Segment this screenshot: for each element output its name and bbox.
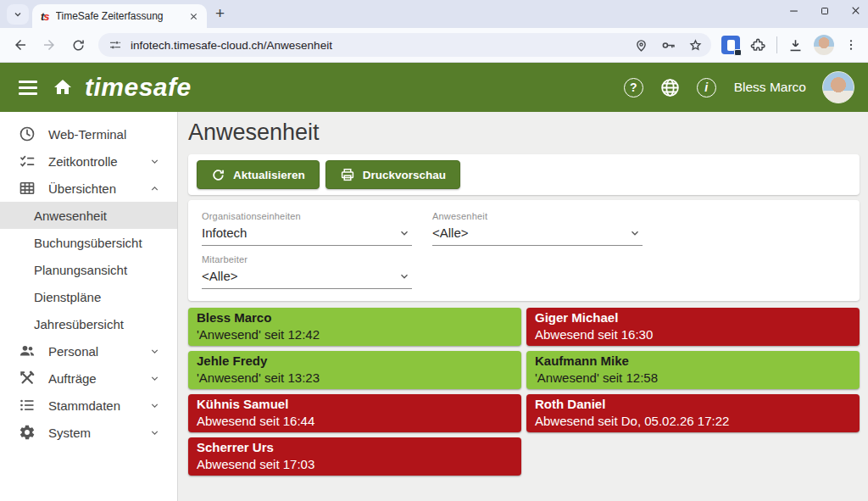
chevron-down-icon: [13, 9, 23, 19]
chevron-down-icon[interactable]: [629, 227, 641, 239]
tab-search-button[interactable]: [7, 4, 29, 25]
sidebar-item-dienstplaene[interactable]: Dienstpläne: [0, 283, 177, 310]
user-name[interactable]: Bless Marco: [734, 80, 806, 95]
sidebar-item-personal[interactable]: Personal: [0, 337, 177, 365]
filter-organisationseinheiten[interactable]: Organisationseinheiten Infotech: [202, 211, 412, 246]
presence-card: Giger Michael Abwesend seit 16:30: [526, 308, 860, 346]
toolbar-separator: [776, 36, 777, 53]
presence-cards: Bless Marco 'Anwesend' seit 12:42 Giger …: [188, 308, 860, 476]
browser-toolbar: infotech.timesafe-cloud.ch/Anwesenheit: [0, 28, 868, 63]
grid-icon: [19, 180, 36, 197]
sidebar-item-planungsansicht[interactable]: Planungsansicht: [0, 256, 177, 283]
browser-tab-strip: ts TimeSafe Zeiterfassung +: [0, 0, 868, 28]
print-preview-button[interactable]: Druckvorschau: [326, 160, 460, 189]
chevron-down-icon: [149, 156, 160, 167]
forward-button[interactable]: [37, 33, 61, 57]
tab-close-icon[interactable]: [186, 9, 200, 23]
refresh-icon: [211, 168, 225, 182]
chevron-down-icon[interactable]: [398, 270, 410, 282]
bookmark-star-icon[interactable]: [688, 38, 703, 53]
filter-panel: Organisationseinheiten Infotech Anwesenh…: [188, 200, 860, 301]
chevron-down-icon: [149, 346, 160, 357]
window-controls: [788, 5, 861, 16]
downloads-icon[interactable]: [787, 37, 804, 53]
employee-name: Kühnis Samuel: [197, 396, 513, 413]
employee-name: Roth Daniel: [535, 396, 851, 413]
presence-status: Abwesend seit 16:30: [535, 326, 851, 343]
password-extension-icon[interactable]: [721, 36, 740, 54]
passkey-icon[interactable]: [660, 37, 676, 53]
sidebar-item-zeitkontrolle[interactable]: Zeitkontrolle: [0, 148, 177, 175]
browser-tab[interactable]: ts TimeSafe Zeiterfassung: [32, 4, 207, 28]
presence-card: Kaufmann Mike 'Anwesend' seit 12:58: [526, 351, 860, 389]
presence-status: Abwesend seit 17:03: [197, 456, 513, 473]
toolbar-extensions-area: [720, 35, 860, 55]
location-icon[interactable]: [634, 38, 648, 53]
employee-name: Kaufmann Mike: [535, 353, 851, 370]
user-avatar[interactable]: [822, 71, 854, 103]
chevron-down-icon: [149, 400, 160, 411]
app-header: timesafe ? i Bless Marco: [0, 63, 868, 112]
main-content: Anwesenheit Aktualisieren Druckvorschau …: [178, 112, 868, 501]
close-button[interactable]: [850, 5, 861, 16]
presence-status: Abwesend seit Do, 05.02.26 17:22: [535, 413, 851, 430]
actions-panel: Aktualisieren Druckvorschau: [188, 154, 860, 195]
chevron-down-icon: [149, 427, 160, 438]
presence-card: Kühnis Samuel Abwesend seit 16:44: [188, 394, 521, 432]
extensions-puzzle-icon[interactable]: [750, 37, 766, 53]
presence-card: Jehle Fredy 'Anwesend' seit 13:23: [188, 351, 521, 389]
chevron-up-icon: [149, 183, 160, 194]
gear-icon: [19, 424, 36, 441]
sidebar: Web-Terminal Zeitkontrolle Übersichten A…: [0, 112, 178, 501]
sidebar-item-buchungsuebersicht[interactable]: Buchungsübersicht: [0, 229, 177, 256]
back-button[interactable]: [8, 33, 32, 57]
url-text[interactable]: infotech.timesafe-cloud.ch/Anwesenheit: [131, 39, 626, 52]
chevron-down-icon: [149, 373, 160, 384]
home-icon[interactable]: [53, 77, 73, 97]
sidebar-item-web-terminal[interactable]: Web-Terminal: [0, 120, 177, 148]
clock-icon: [19, 125, 36, 142]
sidebar-item-auftraege[interactable]: Aufträge: [0, 365, 177, 392]
employee-name: Scherrer Urs: [197, 439, 513, 456]
printer-icon: [340, 167, 355, 182]
sidebar-item-stammdaten[interactable]: Stammdaten: [0, 392, 177, 419]
browser-menu-kebab-icon[interactable]: [844, 38, 858, 52]
sidebar-item-jahresuebersicht[interactable]: Jahresübersicht: [0, 310, 177, 337]
employee-name: Giger Michael: [535, 309, 851, 326]
new-tab-button[interactable]: +: [215, 4, 225, 23]
list-icon: [19, 397, 36, 414]
tab-title: TimeSafe Zeiterfassung: [56, 10, 186, 22]
sidebar-item-system[interactable]: System: [0, 419, 177, 446]
presence-card: Bless Marco 'Anwesend' seit 12:42: [188, 308, 521, 346]
people-icon: [19, 342, 36, 359]
page-title: Anwesenheit: [188, 120, 860, 146]
sidebar-item-uebersichten[interactable]: Übersichten: [0, 175, 177, 202]
lock-icon: [734, 49, 742, 56]
presence-status: Abwesend seit 16:44: [197, 413, 513, 430]
presence-status: 'Anwesend' seit 13:23: [197, 370, 513, 387]
timesafe-favicon-icon: ts: [41, 10, 49, 23]
info-icon[interactable]: i: [697, 78, 716, 97]
checklist-icon: [19, 153, 36, 170]
timesafe-logo[interactable]: timesafe: [85, 73, 192, 102]
address-bar[interactable]: infotech.timesafe-cloud.ch/Anwesenheit: [98, 33, 711, 57]
chevron-down-icon[interactable]: [398, 227, 410, 239]
help-icon[interactable]: ?: [624, 78, 643, 97]
minimize-button[interactable]: [788, 5, 799, 16]
filter-anwesenheit[interactable]: Anwesenheit <Alle>: [432, 211, 643, 246]
browser-profile-avatar[interactable]: [814, 35, 834, 55]
presence-status: 'Anwesend' seit 12:42: [197, 326, 513, 343]
site-settings-icon[interactable]: [108, 38, 122, 52]
language-globe-icon[interactable]: [659, 77, 681, 98]
tools-icon: [19, 370, 36, 387]
employee-name: Bless Marco: [197, 309, 513, 326]
presence-status: 'Anwesend' seit 12:58: [535, 370, 851, 387]
maximize-button[interactable]: [820, 6, 830, 16]
reload-button[interactable]: [66, 33, 90, 57]
menu-icon[interactable]: [19, 81, 37, 95]
filter-mitarbeiter[interactable]: Mitarbeiter <Alle>: [202, 254, 412, 289]
sidebar-item-anwesenheit[interactable]: Anwesenheit: [0, 202, 177, 229]
refresh-button[interactable]: Aktualisieren: [197, 160, 320, 189]
employee-name: Jehle Fredy: [197, 353, 513, 370]
presence-card: Scherrer Urs Abwesend seit 17:03: [188, 437, 521, 476]
